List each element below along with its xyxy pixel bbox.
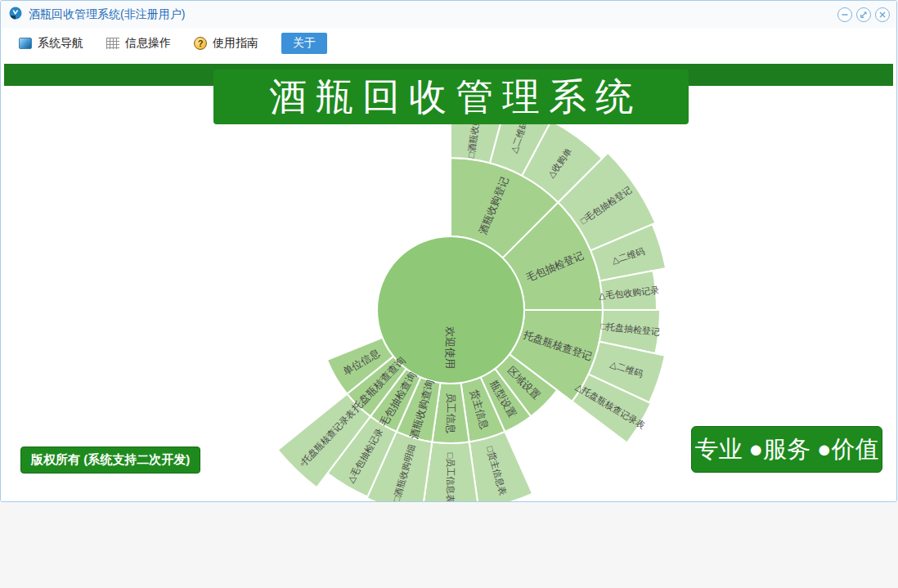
window-controls <box>837 7 890 22</box>
sunburst-segment-label: □员工信息表 <box>446 453 456 502</box>
toolbar-label: 系统导航 <box>38 36 83 51</box>
restore-button[interactable] <box>856 7 871 22</box>
sunburst-center-label: 欢迎使用 <box>444 326 456 369</box>
toolbar-item-info-ops[interactable]: 信息操作 <box>106 36 171 51</box>
main-content: 酒瓶收购登记毛包抽检登记托盘瓶核查登记区域设置瓶型设置货主信息员工信息酒瓶收购查… <box>1 59 896 502</box>
title-bar: 酒瓶回收管理系统(非注册用户) <box>1 1 896 28</box>
window-title: 酒瓶回收管理系统(非注册用户) <box>29 7 185 22</box>
page-title: 酒瓶回收管理系统 <box>260 72 642 123</box>
about-button[interactable]: 关于 <box>281 33 327 54</box>
copyright-badge: 版权所有 (系统支持二次开发) <box>20 447 200 474</box>
toolbar-label: 使用指南 <box>213 36 258 51</box>
sunburst-segment-label: 员工信息 <box>445 393 456 434</box>
toolbar-item-user-guide[interactable]: ? 使用指南 <box>194 36 258 51</box>
grid-icon <box>106 38 119 49</box>
app-window: 酒瓶回收管理系统(非注册用户) 系统导航 <box>0 0 897 502</box>
banner-box: 酒瓶回收管理系统 <box>213 70 689 124</box>
minimize-button[interactable] <box>837 7 852 22</box>
toolbar-item-system-nav[interactable]: 系统导航 <box>19 36 83 51</box>
close-button[interactable] <box>875 7 890 22</box>
navigation-icon <box>19 38 32 49</box>
toolbar-label: 信息操作 <box>125 36 171 51</box>
slogan-badge: 专业 ●服务 ●价值 <box>691 426 882 473</box>
main-toolbar: 系统导航 信息操作 ? 使用指南 关于 <box>1 28 896 59</box>
help-icon: ? <box>194 37 207 50</box>
app-logo-icon <box>9 7 22 23</box>
